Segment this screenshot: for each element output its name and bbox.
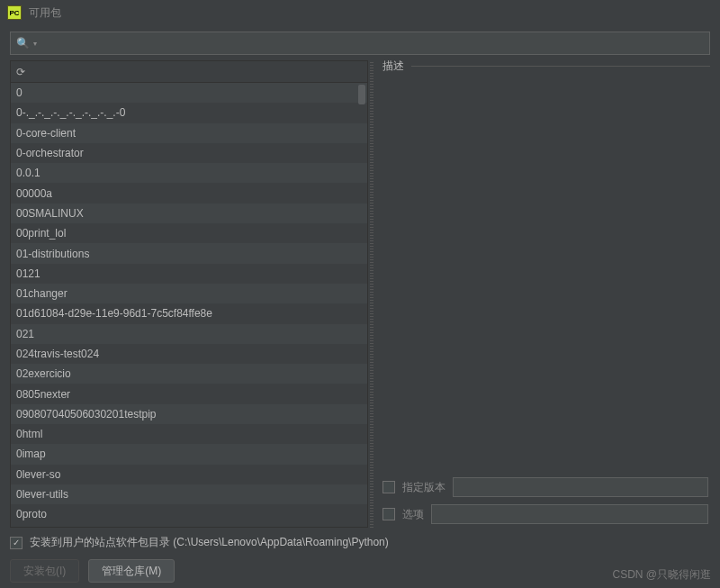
reload-icon[interactable]: ⟳ bbox=[16, 66, 25, 78]
package-row[interactable]: 01changer bbox=[11, 284, 367, 303]
package-row[interactable]: 02exercicio bbox=[11, 364, 367, 384]
package-row[interactable]: 0proto bbox=[11, 504, 367, 524]
package-row[interactable]: 00SMALINUX bbox=[11, 204, 367, 223]
package-panel: ⟳ 00-._.-._.-._.-._.-._.-._.-00-core-cli… bbox=[10, 60, 368, 528]
package-toolbar: ⟳ bbox=[11, 61, 367, 83]
specify-version-row: 指定版本 bbox=[375, 474, 710, 501]
window-title: 可用包 bbox=[29, 5, 61, 21]
package-row[interactable]: 024travis-test024 bbox=[11, 344, 367, 364]
specify-version-label: 指定版本 bbox=[402, 480, 446, 495]
scrollbar-thumb[interactable] bbox=[358, 85, 365, 104]
package-row[interactable]: 090807040506030201testpip bbox=[11, 404, 367, 424]
options-row: 选项 bbox=[375, 501, 710, 528]
install-options: 指定版本 选项 bbox=[375, 474, 710, 528]
package-row[interactable]: 0121 bbox=[11, 264, 367, 284]
package-row[interactable]: 01d61084-d29e-11e9-96d1-7c5cf84ffe8e bbox=[11, 303, 367, 323]
search-bar[interactable]: 🔍▾ bbox=[10, 32, 710, 55]
description-label: 描述 bbox=[379, 59, 408, 74]
content-area: ⟳ 00-._.-._.-._.-._.-._.-._.-00-core-cli… bbox=[0, 60, 720, 528]
app-icon: PC bbox=[7, 5, 22, 20]
options-label: 选项 bbox=[402, 507, 424, 522]
search-icon: 🔍 bbox=[16, 37, 30, 50]
package-row[interactable]: 0-core-client bbox=[11, 123, 367, 143]
description-divider bbox=[411, 66, 710, 67]
install-package-button[interactable]: 安装包(I) bbox=[10, 559, 79, 583]
search-input[interactable] bbox=[40, 37, 704, 50]
package-row[interactable]: 0-._.-._.-._.-._.-._.-._.-0 bbox=[11, 103, 367, 122]
watermark: CSDN @只晓得闲逛 bbox=[612, 567, 711, 583]
titlebar: PC 可用包 bbox=[0, 0, 720, 25]
specify-version-checkbox[interactable] bbox=[382, 481, 395, 493]
install-to-user-label: 安装到用户的站点软件包目录 (C:\Users\Lenovo\AppData\R… bbox=[30, 535, 389, 550]
description-panel: 描述 指定版本 选项 bbox=[375, 60, 710, 528]
package-row[interactable]: 0lever-utils bbox=[11, 484, 367, 504]
package-row[interactable]: 0-orchestrator bbox=[11, 143, 367, 163]
options-checkbox[interactable] bbox=[382, 508, 395, 520]
package-row[interactable]: 0805nexter bbox=[11, 384, 367, 403]
package-row[interactable]: 01-distributions bbox=[11, 243, 367, 263]
package-row[interactable]: 00print_lol bbox=[11, 223, 367, 243]
splitter[interactable] bbox=[370, 60, 374, 528]
manage-repositories-button[interactable]: 管理仓库(M) bbox=[88, 559, 175, 583]
package-list[interactable]: 00-._.-._.-._.-._.-._.-._.-00-core-clien… bbox=[11, 83, 367, 527]
options-input[interactable] bbox=[431, 504, 708, 524]
package-row[interactable]: 021 bbox=[11, 324, 367, 344]
package-row[interactable]: 0html bbox=[11, 424, 367, 444]
package-row[interactable]: 0.0.1 bbox=[11, 163, 367, 183]
install-to-user-checkbox[interactable] bbox=[10, 537, 22, 549]
specify-version-input[interactable] bbox=[453, 477, 708, 497]
package-row[interactable]: 0lever-so bbox=[11, 465, 367, 484]
install-to-user-row: 安装到用户的站点软件包目录 (C:\Users\Lenovo\AppData\R… bbox=[10, 535, 710, 550]
package-row[interactable]: 0imap bbox=[11, 444, 367, 464]
button-row: 安装包(I) 管理仓库(M) bbox=[10, 559, 710, 583]
package-row[interactable]: 0 bbox=[11, 83, 367, 103]
search-dropdown-icon[interactable]: ▾ bbox=[33, 40, 37, 48]
package-row[interactable]: 00000a bbox=[11, 183, 367, 203]
